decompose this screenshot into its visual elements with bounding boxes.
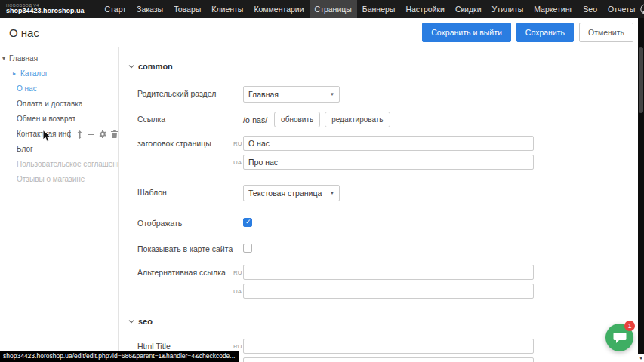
navbar-right-icons — [640, 4, 644, 14]
form-row-parent-section: Родительский раздел Главная ▼ — [137, 86, 638, 103]
select-value: Текстовая страница — [248, 189, 322, 198]
account-icon[interactable] — [640, 4, 644, 14]
pages-tree-sidebar: ▾ Главная ▸ Каталог О нас Оплата и доста… — [0, 47, 119, 362]
section-seo-header[interactable]: seo — [128, 317, 638, 326]
nav-item-utilities[interactable]: Утилиты — [487, 0, 529, 18]
lang-ua-tag: UA — [233, 288, 243, 295]
lang-ru-tag: RU — [233, 343, 243, 350]
sidebar-item-home[interactable]: ▾ Главная — [0, 51, 118, 66]
sidebar-item-contacts[interactable]: Контактная инфор — [0, 127, 118, 142]
chevron-down-icon: ▼ — [330, 191, 334, 195]
nav-item-discounts[interactable]: Скидки — [450, 0, 487, 18]
sitemap-checkbox[interactable] — [243, 244, 252, 253]
chevron-down-icon — [128, 65, 134, 69]
nav-item-reports[interactable]: Отчеты — [602, 0, 640, 18]
template-label: Шаблон — [137, 185, 233, 201]
cancel-button[interactable]: Отменить — [579, 23, 633, 42]
page-title-ru-input[interactable] — [243, 136, 534, 151]
chat-bubble-icon — [613, 332, 627, 344]
form-row-page-title: заголовок страницы RU UA — [137, 136, 638, 170]
html-title-ua-input[interactable] — [243, 357, 534, 362]
section-title: common — [138, 62, 173, 71]
nav-item-comments[interactable]: Комментарии — [248, 0, 309, 18]
display-checkbox[interactable] — [243, 218, 252, 227]
alt-link-label: Альтернативная ссылка — [137, 265, 233, 299]
lang-ru-tag: RU — [233, 140, 243, 147]
form-row-alt-link: Альтернативная ссылка RU UA — [137, 265, 638, 299]
page-edit-form: common Родительский раздел Главная ▼ Ссы… — [119, 47, 638, 362]
page-title-ua-input[interactable] — [243, 155, 534, 170]
html-title-ru-input[interactable] — [243, 339, 534, 354]
sidebar-item-terms[interactable]: Пользовательское соглашение — [0, 157, 118, 172]
add-page-icon[interactable] — [88, 131, 94, 138]
nav-item-settings[interactable]: Настройки — [400, 0, 450, 18]
form-row-link: Ссылка /o-nas/ обновить редактировать — [137, 112, 638, 127]
nav-item-start[interactable]: Старт — [100, 0, 132, 18]
sidebar-item-store-reviews[interactable]: Отзывы о магазине — [0, 172, 118, 187]
section-common-header[interactable]: common — [128, 62, 638, 71]
header-buttons: Сохранить и выйти Сохранить Отменить — [422, 23, 633, 42]
nav-item-products[interactable]: Товары — [168, 0, 206, 18]
save-and-exit-button[interactable]: Сохранить и выйти — [422, 23, 511, 42]
tree-item-label: Отзывы о магазине — [17, 172, 85, 187]
chevron-down-icon: ▼ — [330, 92, 334, 97]
select-value: Главная — [248, 90, 279, 99]
html-title-label-text: Html Title — [137, 342, 171, 351]
brand-logo[interactable]: НОВОВВОД V4 shop34423.horoshop.ua — [0, 2, 92, 17]
nav-item-pages[interactable]: Страницы — [310, 0, 357, 18]
lang-ua-tag: UA — [233, 159, 243, 166]
chat-unread-badge: 1 — [624, 321, 635, 331]
brand-domain-label: shop34423.horoshop.ua — [6, 8, 85, 15]
link-value: /o-nas/ — [243, 112, 267, 127]
move-icon[interactable] — [76, 130, 83, 139]
save-button[interactable]: Сохранить — [516, 23, 574, 42]
tree-item-label: Пользовательское соглашение — [17, 157, 118, 172]
scrollbar-thumb[interactable] — [639, 47, 643, 113]
settings-gear-icon[interactable] — [99, 130, 106, 138]
sitemap-label: Показывать в карте сайта — [137, 241, 233, 253]
tree-item-actions — [76, 130, 118, 139]
sidebar-item-about[interactable]: О нас — [0, 81, 118, 97]
tree-item-label: О нас — [17, 81, 37, 97]
nav-item-orders[interactable]: Заказы — [131, 0, 168, 18]
sidebar-item-payment-delivery[interactable]: Оплата и доставка — [0, 97, 118, 112]
chevron-right-icon[interactable]: ▸ — [13, 66, 16, 81]
tree-item-label: Главная — [9, 51, 38, 66]
alt-link-ua-input[interactable] — [243, 284, 534, 299]
template-select[interactable]: Текстовая страница ▼ — [243, 185, 340, 201]
sidebar-item-blog[interactable]: Блог — [0, 142, 118, 157]
alt-link-ru-input[interactable] — [243, 265, 534, 280]
tree-item-label: Оплата и доставка — [17, 97, 82, 112]
chevron-down-icon — [128, 320, 134, 324]
parent-section-select[interactable]: Главная ▼ — [243, 86, 340, 103]
page-scrollbar[interactable]: ▼ — [638, 18, 644, 362]
top-navbar: НОВОВВОД V4 shop34423.horoshop.ua Старт … — [0, 0, 644, 18]
nav-item-seo[interactable]: Seo — [578, 0, 602, 18]
link-label: Ссылка — [137, 112, 233, 127]
nav-item-marketing[interactable]: Маркетинг — [528, 0, 578, 18]
chat-widget-button[interactable]: 1 — [605, 324, 633, 351]
sidebar-item-catalog[interactable]: ▸ Каталог — [0, 66, 118, 81]
link-refresh-button[interactable]: обновить — [274, 112, 320, 127]
nav-item-banners[interactable]: Баннеры — [357, 0, 401, 18]
tree-item-label: Каталог — [20, 66, 48, 81]
link-edit-button[interactable]: редактировать — [325, 112, 390, 127]
tree-item-label: Обмен и возврат — [17, 112, 75, 127]
nav-item-clients[interactable]: Клиенты — [206, 0, 248, 18]
tree-item-label: Блог — [17, 142, 33, 157]
page-title-label: заголовок страницы — [137, 136, 233, 170]
display-label: Отображать — [137, 216, 233, 228]
tree-item-label: Контактная инфор — [17, 127, 71, 142]
link-preview-statusbar: shop34423.horoshop.ua/edit/edit.php?id=6… — [0, 351, 239, 362]
parent-section-label: Родительский раздел — [137, 86, 233, 103]
section-title: seo — [138, 317, 153, 326]
form-row-sitemap: Показывать в карте сайта — [137, 241, 638, 253]
page-title: О нас — [9, 26, 39, 39]
delete-trash-icon[interactable] — [111, 130, 118, 138]
page-header: О нас Сохранить и выйти Сохранить Отмени… — [0, 18, 638, 47]
sidebar-item-exchange-return[interactable]: Обмен и возврат — [0, 112, 118, 127]
scrollbar-down-button[interactable]: ▼ — [638, 354, 644, 362]
form-row-display: Отображать — [137, 216, 638, 228]
main-menu: Старт Заказы Товары Клиенты Комментарии … — [100, 0, 641, 18]
chevron-down-icon[interactable]: ▾ — [2, 51, 5, 66]
